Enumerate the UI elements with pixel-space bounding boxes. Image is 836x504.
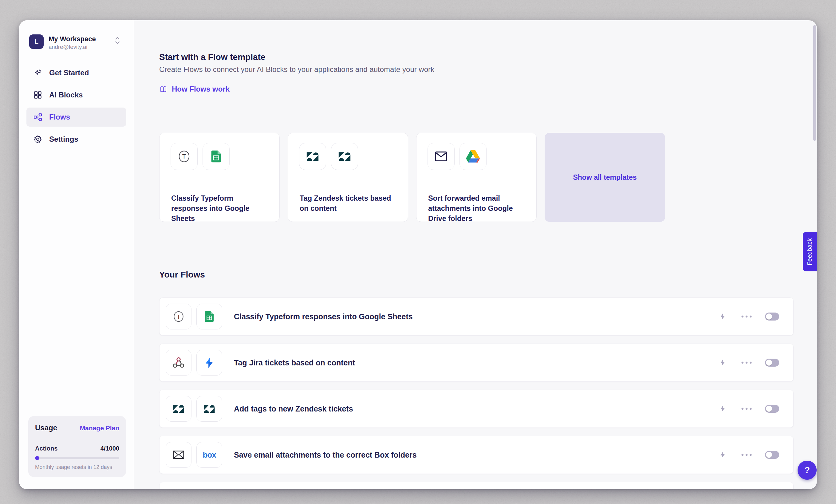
flow-title: Add tags to new Zendesk tickets (234, 404, 353, 413)
sidebar-item-label: AI Blocks (49, 91, 83, 99)
run-flow-button[interactable] (717, 403, 728, 414)
sparkle-icon (33, 68, 42, 77)
manage-plan-link[interactable]: Manage Plan (80, 424, 119, 432)
feedback-label: Feedback (806, 238, 814, 265)
template-card-typeform-sheets[interactable]: T Classify Typeform responses into Googl… (159, 133, 280, 222)
flow-options-button[interactable] (741, 403, 752, 414)
usage-progress-bar (35, 457, 119, 459)
typeform-icon: T (171, 143, 197, 170)
toggle-knob (766, 452, 772, 458)
app-window: L My Workspace andre@levity.ai Get Start… (19, 20, 817, 489)
flow-options-button[interactable] (741, 311, 752, 322)
book-open-icon (159, 85, 168, 93)
template-card-title: Tag Zendesk tickets based on content (300, 193, 400, 214)
email-icon (428, 143, 455, 170)
sidebar-item-ai-blocks[interactable]: AI Blocks (26, 85, 126, 104)
box-icon: box (196, 442, 222, 468)
flow-title: Save email attachments to the correct Bo… (234, 450, 417, 460)
toggle-knob (766, 313, 772, 319)
usage-note: Monthly usage resets in 12 days (35, 464, 119, 470)
template-card-title: Sort forwarded email attachments into Go… (428, 193, 528, 224)
usage-metric-label: Actions (35, 445, 57, 452)
toggle-knob (766, 360, 772, 366)
flow-options-button[interactable] (741, 357, 752, 368)
templates-section-subtitle: Create Flows to connect your AI Blocks t… (159, 65, 434, 74)
run-flow-button[interactable] (717, 449, 728, 460)
how-flows-work-link[interactable]: How Flows work (159, 85, 230, 93)
template-card-email-drive[interactable]: Sort forwarded email attachments into Go… (416, 133, 537, 222)
google-sheets-icon (203, 143, 230, 170)
flow-row-classify-typeform[interactable]: T Classify Typeform responses into Googl… (159, 297, 794, 335)
svg-text:T: T (182, 153, 186, 160)
flow-row-add-tags-zendesk[interactable]: Add tags to new Zendesk tickets (159, 390, 794, 428)
sidebar: L My Workspace andre@levity.ai Get Start… (19, 20, 134, 489)
ellipsis-icon (741, 361, 752, 364)
typeform-icon: T (166, 304, 191, 329)
zendesk-icon (331, 143, 358, 170)
sidebar-item-get-started[interactable]: Get Started (26, 63, 126, 82)
flow-title: Tag Jira tickets based on content (234, 358, 355, 367)
svg-text:T: T (177, 313, 180, 320)
run-flow-button[interactable] (717, 311, 728, 322)
chevron-down-icon (115, 41, 120, 44)
toggle-knob (766, 406, 772, 412)
google-drive-icon (459, 143, 487, 170)
chevron-up-icon (115, 37, 120, 40)
show-all-templates-label: Show all templates (573, 173, 636, 182)
grid-icon (33, 90, 42, 100)
run-flow-button[interactable] (717, 357, 728, 368)
flow-options-button[interactable] (741, 449, 752, 460)
how-flows-work-label: How Flows work (172, 85, 230, 93)
workspace-email: andre@levity.ai (49, 44, 87, 51)
sidebar-item-flows[interactable]: Flows (26, 108, 126, 127)
your-flows-title: Your Flows (159, 270, 205, 280)
sidebar-item-label: Get Started (49, 69, 89, 77)
sidebar-item-label: Settings (49, 135, 78, 143)
zendesk-icon (166, 396, 191, 422)
zendesk-icon (196, 396, 222, 422)
ellipsis-icon (741, 315, 752, 318)
sidebar-item-settings[interactable]: Settings (26, 130, 126, 149)
help-button[interactable]: ? (798, 461, 817, 480)
lightning-icon (719, 405, 727, 413)
help-label: ? (804, 465, 810, 476)
flow-title: Classify Typeform responses into Google … (234, 312, 413, 321)
usage-metric-value: 4/1000 (100, 445, 119, 452)
lightning-icon (719, 358, 727, 367)
google-sheets-icon (196, 304, 222, 329)
flow-row-save-email-box[interactable]: box Save email attachments to the correc… (159, 436, 794, 474)
template-card-zendesk[interactable]: Tag Zendesk tickets based on content (288, 133, 408, 222)
workspace-chevrons (114, 36, 121, 48)
scrollbar-thumb[interactable] (813, 25, 816, 141)
flow-row-partial[interactable] (159, 482, 794, 489)
lightning-icon (719, 313, 727, 321)
usage-progress-fill (35, 456, 39, 460)
workspace-avatar: L (29, 34, 44, 49)
webhook-icon (166, 350, 191, 375)
usage-card: Usage Manage Plan Actions 4/1000 Monthly… (28, 416, 126, 477)
email-icon (166, 442, 191, 468)
ellipsis-icon (741, 453, 752, 457)
flow-row-tag-jira[interactable]: Tag Jira tickets based on content (159, 344, 794, 382)
templates-section-title: Start with a Flow template (159, 52, 265, 62)
flow-enabled-toggle[interactable] (765, 405, 779, 413)
flow-enabled-toggle[interactable] (765, 313, 779, 321)
sidebar-nav: Get Started AI Blocks (26, 63, 126, 152)
ellipsis-icon (741, 407, 752, 410)
desktop-background: L My Workspace andre@levity.ai Get Start… (0, 0, 836, 504)
template-card-title: Classify Typeform responses into Google … (171, 193, 271, 224)
show-all-templates-button[interactable]: Show all templates (545, 133, 665, 222)
sidebar-item-label: Flows (49, 113, 70, 121)
feedback-button[interactable]: Feedback (803, 232, 817, 271)
flow-enabled-toggle[interactable] (765, 451, 779, 459)
workspace-switcher[interactable]: L My Workspace andre@levity.ai (29, 34, 125, 49)
flow-enabled-toggle[interactable] (765, 358, 779, 367)
gear-icon (33, 135, 42, 144)
workspace-name: My Workspace (49, 35, 96, 43)
zendesk-icon (299, 143, 326, 170)
jira-icon (196, 350, 222, 375)
lightning-icon (719, 451, 727, 459)
usage-title: Usage (35, 424, 57, 432)
flow-icon (33, 113, 42, 122)
